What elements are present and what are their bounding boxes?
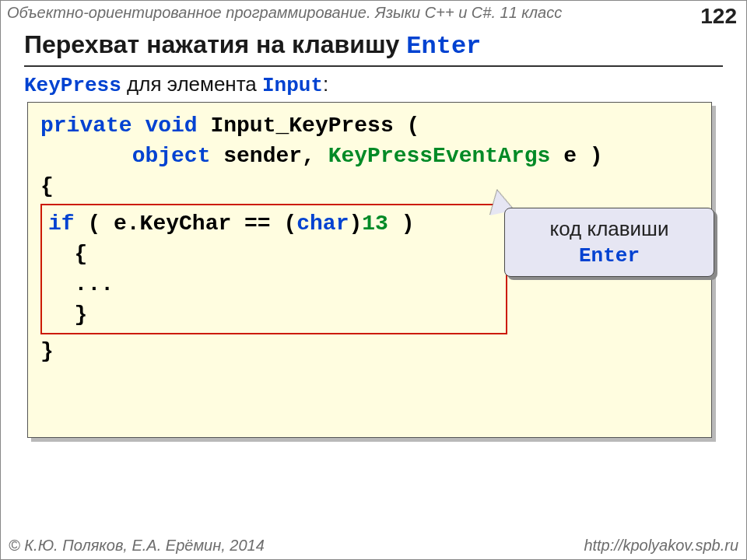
code-kw-void: void: [145, 114, 197, 138]
code-inner-mid1: ( e.KeyChar == (: [75, 212, 297, 236]
code-kw-if: if: [48, 212, 75, 236]
code-inner-brace-open: {: [48, 242, 87, 266]
callout-box: код клавиши Enter: [504, 208, 714, 277]
title-keyword: Enter: [406, 32, 481, 61]
callout-enter: Enter: [579, 244, 640, 268]
subtitle-input: Input: [262, 74, 323, 97]
code-l2-indent: [40, 144, 132, 168]
subtitle-colon: :: [323, 72, 328, 96]
subtitle-mid: для элемента: [121, 72, 262, 96]
code-block: private void Input_KeyPress ( object sen…: [27, 102, 712, 438]
course-title: Объектно-ориентированное программировани…: [7, 4, 562, 29]
page-title: Перехват нажатия на клавишу Enter: [24, 30, 723, 67]
page-number: 122: [700, 4, 737, 29]
highlighted-code: if ( e.KeyChar == (char)13 ) { ... }: [40, 204, 507, 335]
code-inner-end: ): [388, 212, 415, 236]
subtitle: KeyPress для элемента Input:: [24, 72, 328, 97]
code-kw-private: private: [40, 114, 132, 138]
code-brace-open: {: [40, 174, 54, 198]
code-kw-object: object: [132, 144, 211, 168]
footer-author: © К.Ю. Поляков, Е.А. Ерёмин, 2014: [9, 537, 265, 555]
code-type-args: KeyPressEventArgs: [328, 144, 551, 168]
code-l1-rest: Input_KeyPress (: [198, 114, 420, 138]
title-text: Перехват нажатия на клавишу: [24, 30, 406, 58]
code-l2-mid: sender,: [210, 144, 328, 168]
code-inner-mid2: ): [349, 212, 362, 236]
code-brace-close: }: [40, 339, 54, 363]
code-inner-ellipsis: ...: [48, 272, 114, 296]
slide-header: Объектно-ориентированное программировани…: [7, 4, 737, 29]
footer-url: http://kpolyakov.spb.ru: [584, 537, 738, 555]
code-l2-end: e ): [550, 144, 602, 168]
code-num-13: 13: [362, 212, 388, 236]
callout-line1: код клавиши: [550, 217, 669, 240]
slide-footer: © К.Ю. Поляков, Е.А. Ерёмин, 2014 http:/…: [9, 537, 738, 555]
code-inner-brace-close: }: [48, 303, 87, 327]
code-kw-char: char: [296, 212, 349, 236]
subtitle-keypress: KeyPress: [24, 74, 121, 97]
